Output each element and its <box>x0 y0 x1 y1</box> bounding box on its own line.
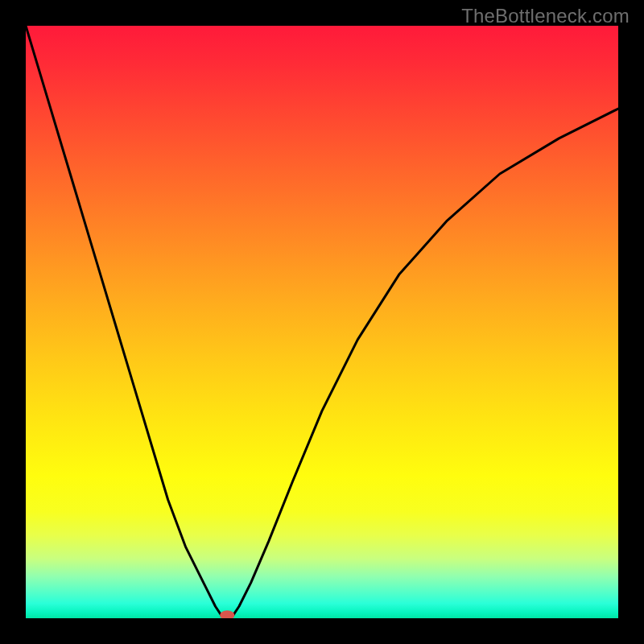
curve-layer <box>26 26 618 618</box>
source-credit: TheBottleneck.com <box>461 5 630 27</box>
marker-dot <box>220 610 234 618</box>
bottleneck-curve-path <box>26 26 618 618</box>
chart-frame: TheBottleneck.com <box>0 0 644 644</box>
plot-area <box>26 26 618 618</box>
